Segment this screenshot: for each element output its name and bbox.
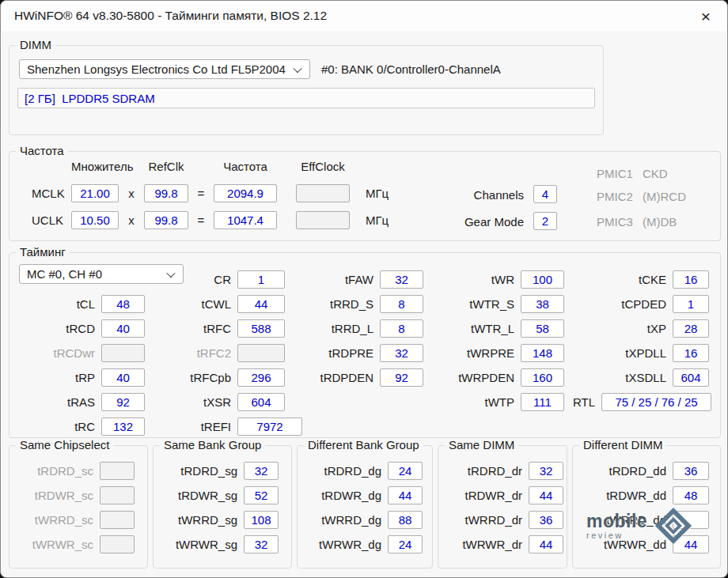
mclk-unit: МГц bbox=[362, 187, 394, 200]
mclk-frequency-value: 2094.9 bbox=[214, 184, 277, 202]
trdwr-dd-value: 48 bbox=[673, 486, 709, 504]
window-title: HWiNFO® 64 v8.30-5800 - Тайминги памяти,… bbox=[14, 9, 327, 23]
mclk-multiplier-value: 21.00 bbox=[71, 184, 119, 202]
frequency-group-title: Частота bbox=[16, 144, 68, 157]
title-bar: HWiNFO® 64 v8.30-5800 - Тайминги памяти,… bbox=[1, 1, 727, 31]
client-area: DIMM Shenzhen Longsys Electronics Co Ltd… bbox=[1, 31, 727, 577]
twtr-s-label: tWTR_S bbox=[432, 297, 514, 311]
trc-value: 132 bbox=[101, 417, 145, 436]
tcl-label: tCL bbox=[16, 297, 95, 311]
twrwr-sc-label: tWRWR_sc bbox=[14, 538, 93, 551]
header-refclk: RefClk bbox=[144, 160, 188, 173]
chevron-down-icon bbox=[293, 63, 301, 72]
pmic3-label: PMIC3 bbox=[597, 215, 643, 229]
rtl-row: RTL 75 / 25 / 76 / 25 bbox=[516, 390, 711, 414]
trcdwr-label: tRCDwr bbox=[16, 346, 95, 360]
memory-controller-select-value: MC #0, CH #0 bbox=[27, 267, 102, 281]
trdpden-value: 92 bbox=[380, 368, 423, 387]
pmic1-row: PMIC1 CKD bbox=[597, 165, 668, 181]
channels-value: 4 bbox=[533, 185, 557, 203]
uclk-refclk-value: 99.8 bbox=[144, 211, 188, 229]
pmic2-row: PMIC2 (M)RCD bbox=[597, 188, 686, 204]
uclk-row: UCLK 10.50 x 99.8 = 1047.4 МГц bbox=[22, 210, 394, 230]
trdwr-dd-label: tRDWR_dd bbox=[578, 489, 666, 502]
trdpden-label: tRDPDEN bbox=[288, 371, 373, 384]
pmic3-value: (M)DB bbox=[643, 215, 677, 229]
timing-column-1: tCL48 tRCD40 tRCDwr tRP40 tRAS92 tRC132 bbox=[16, 292, 145, 439]
trdrd-sc-value bbox=[100, 462, 135, 480]
header-effclock: EffClock bbox=[296, 160, 350, 173]
tras-label: tRAS bbox=[16, 395, 95, 409]
twrwr-dd-value: 44 bbox=[673, 535, 709, 553]
pmic2-value: (M)RCD bbox=[643, 190, 686, 203]
twrrd-dg-value: 88 bbox=[388, 511, 423, 529]
different-bank-group-group: Different Bank Group tRDRD_dg24 tRDWR_dg… bbox=[297, 445, 433, 569]
dimm-module-info: [2 ГБ] LPDDR5 SDRAM bbox=[17, 88, 595, 108]
txpdll-value: 16 bbox=[673, 344, 709, 362]
trcd-label: tRCD bbox=[16, 322, 95, 335]
same-dimm-title: Same DIMM bbox=[445, 438, 518, 451]
trdpre-value: 32 bbox=[380, 344, 423, 362]
tfaw-label: tFAW bbox=[288, 273, 373, 286]
twrpden-value: 160 bbox=[521, 368, 564, 387]
cr-label: CR bbox=[152, 273, 231, 286]
equals-sign: = bbox=[188, 187, 214, 200]
twrrd-sc-label: tWRRD_sc bbox=[14, 513, 93, 527]
header-multiplier: Множитель bbox=[71, 160, 119, 173]
frequency-headers: Множитель RefClk Частота EffClock bbox=[22, 158, 394, 174]
cr-value: 1 bbox=[237, 270, 285, 289]
trfc-label: tRFC bbox=[152, 322, 231, 335]
twtr-l-label: tWTR_L bbox=[432, 322, 514, 335]
twrwr-dg-value: 24 bbox=[388, 535, 423, 553]
twrwr-sg-label: tWRWR_sg bbox=[158, 538, 237, 551]
trdwr-sg-value: 52 bbox=[244, 486, 279, 504]
equals-sign: = bbox=[188, 213, 214, 227]
twrwr-dr-value: 44 bbox=[529, 535, 563, 553]
txpdll-label: tXPDLL bbox=[587, 346, 666, 360]
trrd-l-value: 8 bbox=[380, 319, 423, 338]
mclk-effclock-value bbox=[296, 184, 350, 202]
close-button[interactable]: × bbox=[689, 4, 722, 28]
frequency-group: Частота Множитель RefClk Частота EffCloc… bbox=[9, 151, 721, 241]
trdrd-dr-value: 32 bbox=[529, 462, 563, 480]
txsdll-label: tXSDLL bbox=[587, 371, 666, 384]
twrpre-value: 148 bbox=[521, 344, 564, 362]
txp-value: 28 bbox=[673, 319, 709, 338]
dimm-select[interactable]: Shenzhen Longsys Electronics Co Ltd FL5P… bbox=[19, 59, 310, 79]
trrd-s-value: 8 bbox=[380, 295, 423, 313]
pmic1-label: PMIC1 bbox=[597, 167, 643, 180]
tcke-label: tCKE bbox=[587, 273, 666, 286]
trfc-value: 588 bbox=[237, 319, 285, 338]
trrd-l-label: tRRD_L bbox=[288, 322, 373, 335]
uclk-frequency-value: 1047.4 bbox=[214, 211, 277, 229]
same-chipselect-title: Same Chipselect bbox=[16, 438, 113, 451]
twrwr-sg-value: 32 bbox=[244, 535, 279, 553]
trdrd-dr-label: tRDRD_dr bbox=[443, 464, 522, 478]
channels-label: Channels bbox=[413, 185, 524, 204]
trc-label: tRC bbox=[16, 420, 95, 433]
twrpre-label: tWRPRE bbox=[432, 346, 514, 360]
mclk-refclk-value: 99.8 bbox=[144, 184, 188, 202]
tcwl-value: 44 bbox=[237, 295, 285, 313]
tcwl-label: tCWL bbox=[152, 297, 231, 311]
twrwr-dr-label: tWRWR_dr bbox=[443, 538, 522, 551]
trdrd-dg-label: tRDRD_dg bbox=[302, 464, 381, 478]
twtp-label: tWTP bbox=[432, 395, 514, 409]
trfcpb-value: 296 bbox=[237, 368, 285, 387]
dimm-group: DIMM Shenzhen Longsys Electronics Co Ltd… bbox=[9, 45, 604, 135]
multiply-sign: x bbox=[119, 213, 144, 227]
pmic2-label: PMIC2 bbox=[597, 190, 643, 203]
same-dimm-group: Same DIMM tRDRD_dr32 tRDWR_dr44 tWRRD_dr… bbox=[438, 445, 567, 569]
trefi-label: tREFI bbox=[152, 420, 231, 433]
trfc2-label: tRFC2 bbox=[152, 346, 231, 360]
txsr-value: 604 bbox=[237, 393, 285, 411]
timing-group-title: Тайминг bbox=[16, 245, 70, 259]
trcd-value: 40 bbox=[101, 319, 145, 338]
different-dimm-title: Different DIMM bbox=[579, 438, 667, 451]
uclk-label: UCLK bbox=[22, 213, 71, 227]
trdwr-sg-label: tRDWR_sg bbox=[158, 489, 237, 502]
trdwr-dr-value: 44 bbox=[529, 486, 563, 504]
twrwr-sc-value bbox=[100, 535, 135, 553]
tras-value: 92 bbox=[101, 393, 145, 411]
trdrd-sg-label: tRDRD_sg bbox=[158, 464, 237, 478]
